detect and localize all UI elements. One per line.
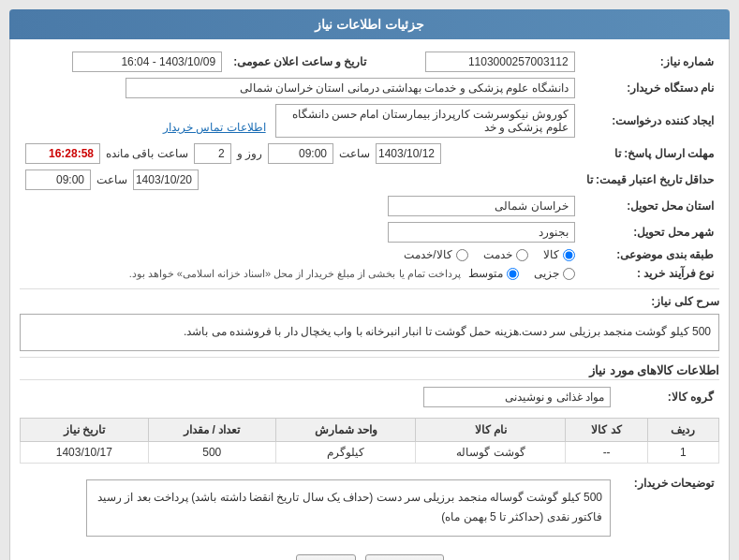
- tabaqe-radio-kala-khedmat[interactable]: کالا/خدمت: [404, 248, 467, 261]
- namDastgah-value: دانشگاه علوم پزشکی و خدمات بهداشتی درمان…: [126, 78, 575, 98]
- table-row: 1--گوشت گوسالهکیلوگرم5001403/10/17: [21, 441, 719, 463]
- shomareNiaz-label: شماره نیاز:: [581, 49, 719, 75]
- cell-namKala: گوشت گوساله: [416, 441, 566, 463]
- saatyBaqi-label: ساعت باقی مانده: [106, 147, 188, 160]
- saat-inline-label: ساعت: [339, 147, 370, 160]
- col-kodKala: کد کالا: [566, 418, 647, 441]
- saat1-value: 09:00: [268, 143, 333, 164]
- col-vahadShomaresh: واحد شمارش: [275, 418, 415, 441]
- cell-tedadMeqdar: 500: [148, 441, 275, 463]
- tarikh2-value: 1403/10/20: [133, 169, 199, 190]
- groupKala-value: مواد غذائی و نوشیدنی: [423, 387, 611, 407]
- col-tedadMeqdar: تعداد / مقدار: [148, 418, 275, 441]
- tabaqe-label: طبقه بندی موضوعی:: [581, 245, 719, 264]
- shomareNiaz-value: 1103000257003112: [425, 52, 575, 72]
- saat2-value: 09:00: [25, 169, 91, 190]
- groupKala-label: گروه کالا:: [616, 384, 719, 410]
- noeFarayand-note: پرداخت تمام یا بخشی از مبلغ خریدار از مح…: [129, 268, 461, 280]
- shahr-value: بجنورد: [388, 222, 575, 243]
- kala-table: ردیف کد کالا نام کالا واحد شمارش تعداد /…: [20, 418, 719, 464]
- noeFarayand-radio-jozei[interactable]: جزیی: [534, 267, 575, 280]
- tawzihKhridar-label: توضیحات خریدار:: [616, 471, 719, 545]
- ijadKonande-value: کوروش نیکوسرشت کارپرداز بیمارستان امام ح…: [275, 104, 575, 138]
- noeFarayand-label: نوع فرآیند خرید :: [581, 264, 719, 283]
- ijadKonande-link[interactable]: اطلاعات تماس خریدار: [163, 121, 266, 134]
- cell-tarikhNiaz: 1403/10/17: [21, 441, 149, 463]
- ostan-label: استان محل تحویل:: [581, 193, 719, 219]
- print-button[interactable]: چاپ: [296, 554, 356, 560]
- col-radif: ردیف: [647, 418, 718, 441]
- tabaqe-radio-khedmat[interactable]: خدمت: [483, 248, 528, 261]
- cell-vahadShomaresh: کیلوگرم: [275, 441, 415, 463]
- back-button[interactable]: بازگشت: [365, 554, 444, 560]
- tarikh-saat-label: تاریخ و ساعت اعلان عمومی:: [228, 49, 372, 75]
- hadaksal-label: حداقل تاریخ اعتبار قیمت: تا: [581, 167, 719, 193]
- rooz-label: روز و: [237, 147, 262, 160]
- cell-radif: 1: [647, 441, 718, 463]
- namDastgah-label: نام دستگاه خریدار:: [581, 75, 719, 101]
- sarKoli-text: 500 کیلو گوشت منجمد برزیلی سر دست.هزینه …: [20, 314, 719, 351]
- page-title: جزئیات اطلاعات نیاز: [315, 17, 424, 32]
- shahr-label: شهر محل تحویل:: [581, 219, 719, 245]
- tabaqe-radio-kala[interactable]: کالا: [543, 248, 575, 261]
- page-header: جزئیات اطلاعات نیاز: [9, 9, 730, 39]
- tarikh1-value: 1403/10/12: [376, 143, 441, 164]
- saat2-inline-label: ساعت: [96, 173, 127, 186]
- col-namKala: نام کالا: [416, 418, 566, 441]
- saat-mande-value: 16:28:58: [25, 143, 100, 164]
- noeFarayand-radio-motevaset[interactable]: متوسط: [468, 267, 519, 280]
- sarKoli-title: سرح کلی نیاز:: [651, 295, 719, 308]
- kalaInfo-title: اطلاعات کالاهای مورد نیاز: [20, 363, 719, 380]
- ostan-value: خراسان شمالی: [388, 196, 575, 216]
- rooz-value: 2: [194, 143, 231, 164]
- cell-kodKala: --: [566, 441, 647, 463]
- tawzihKhridar-text: 500 کیلو گوشت گوساله منجمد برزیلی سر دست…: [86, 479, 611, 537]
- ijadKonande-label: ایجاد کننده درخواست:: [581, 101, 719, 140]
- col-tarikhNiaz: تاریخ نیاز: [21, 418, 149, 441]
- tarikh-saat-value: 1403/10/09 - 16:04: [72, 52, 222, 72]
- mohlatErsalPasokh-label: مهلت ارسال پاسخ: تا: [581, 140, 719, 167]
